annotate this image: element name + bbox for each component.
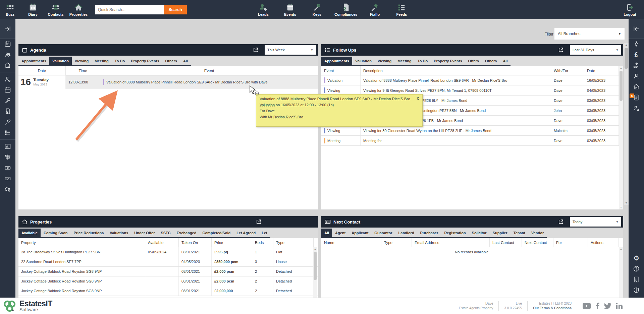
scroll-up-icon[interactable]: ▲ xyxy=(620,247,622,251)
youtube-icon[interactable] xyxy=(583,303,591,309)
tab-property-events[interactable]: Property Events xyxy=(431,57,465,65)
sidebar-item-boards[interactable] xyxy=(0,152,15,163)
agenda-range-select[interactable]: This Week ▼ xyxy=(265,45,316,55)
brand-logo[interactable]: EstatesIT Software xyxy=(3,299,52,313)
nav-compliances[interactable]: Compliances xyxy=(334,3,357,16)
property-row[interactable]: Jockey Cottage Baldock Road Royston SG8 … xyxy=(18,267,318,276)
tab-registration[interactable]: Registration xyxy=(441,229,469,237)
follow-up-row[interactable]: Meeting Meeting for Dave 02/05/2023 xyxy=(321,136,623,146)
tab-valuations[interactable]: Valuations xyxy=(107,229,131,237)
sidebar-item-offers[interactable] xyxy=(629,60,644,71)
branch-filter-select[interactable]: All Branches ▼ xyxy=(554,28,625,40)
search-button[interactable]: Search xyxy=(164,5,187,14)
sidebar-item-contacts[interactable] xyxy=(0,49,15,60)
property-row[interactable]: Jockey Cottage Baldock Road Royston SG8 … xyxy=(18,286,318,296)
tooltip-event-type-link[interactable]: Valuation xyxy=(260,103,275,107)
tab-purchaser[interactable]: Purchaser xyxy=(417,229,441,237)
agenda-event-text[interactable]: Valuation of 8888 Mulberry Place Pinnell… xyxy=(106,80,268,84)
tab-vendor[interactable]: Vendor xyxy=(528,229,547,237)
tab-todo[interactable]: To Do xyxy=(112,57,128,65)
sidebar-item-privacy[interactable] xyxy=(629,285,644,296)
tab-let-agreed[interactable]: Let Agreed xyxy=(233,229,259,237)
properties-scrollbar[interactable]: ▲ xyxy=(313,247,317,298)
close-icon[interactable]: X xyxy=(414,97,419,101)
sidebar-item-finance[interactable]: £ xyxy=(629,49,644,60)
tab-appointments[interactable]: Appointments xyxy=(321,57,352,65)
open-in-new-icon[interactable] xyxy=(256,219,262,225)
tab-all[interactable]: All xyxy=(180,57,191,65)
nav-feeds[interactable]: Feeds xyxy=(392,3,411,16)
scroll-down-icon[interactable]: ▼ xyxy=(625,201,628,205)
nav-fixflo[interactable]: Fixflo xyxy=(365,3,384,16)
property-row[interactable]: 22 Sundorne Road London SE7 7PP 04/05/20… xyxy=(18,257,318,267)
follow-up-row[interactable]: Viewing Viewing for 30 Gloucester Road W… xyxy=(321,126,623,136)
tab-others[interactable]: Others xyxy=(482,57,500,65)
nav-buzz[interactable]: Buzz xyxy=(1,3,19,16)
sidebar-item-compliances[interactable] xyxy=(0,106,15,117)
follow-up-row[interactable]: Valuation Valuation of 8888 Mulberry Pla… xyxy=(321,75,623,85)
quick-search-input[interactable] xyxy=(95,5,164,14)
sidebar-expand-button[interactable] xyxy=(0,23,15,34)
scrollbar-thumb[interactable] xyxy=(620,71,623,101)
tab-all[interactable]: All xyxy=(321,229,332,237)
tab-valuation[interactable]: Valuation xyxy=(49,57,72,65)
tab-others[interactable]: Others xyxy=(162,57,180,65)
scroll-up-icon[interactable]: ▲ xyxy=(314,247,316,251)
sidebar-item-contacts[interactable] xyxy=(629,71,644,81)
tab-appointments[interactable]: Appointments xyxy=(18,57,49,65)
sidebar-item-settings[interactable]: ⚙ xyxy=(629,253,644,263)
scrollbar-thumb[interactable] xyxy=(625,48,628,69)
sidebar-item-lettings[interactable] xyxy=(0,173,15,184)
tab-offers[interactable]: Offers xyxy=(465,57,482,65)
next-contact-scrollbar[interactable]: ▲ xyxy=(619,247,623,298)
tab-agent[interactable]: Agent xyxy=(332,229,348,237)
nav-leads[interactable]: Leads xyxy=(254,3,273,16)
nav-diary[interactable]: Diary xyxy=(23,3,42,16)
tab-supplier[interactable]: Supplier xyxy=(490,229,511,237)
nav-contacts[interactable]: Contacts xyxy=(46,3,65,16)
tab-coming-soon[interactable]: Coming Soon xyxy=(41,229,71,237)
sidebar-item-keys[interactable] xyxy=(0,95,15,106)
tab-price-reductions[interactable]: Price Reductions xyxy=(70,229,107,237)
property-row[interactable]: Jockey Cottage Baldock Road Royston SG8 … xyxy=(18,276,318,286)
twitter-icon[interactable] xyxy=(604,303,611,309)
follow-ups-range-select[interactable]: Last 31 Days ▼ xyxy=(570,45,621,55)
tab-completed-sold[interactable]: Completed/Sold xyxy=(199,229,233,237)
property-row[interactable]: 2a The Broadway St Ives Huntingdon PE27 … xyxy=(18,247,318,257)
tab-tenant[interactable]: Tenant xyxy=(511,229,528,237)
tab-solicitor[interactable]: Solicitor xyxy=(469,229,490,237)
tab-landlord[interactable]: Landlord xyxy=(395,229,417,237)
page-scrollbar[interactable]: ▲ ▼ xyxy=(624,43,629,205)
sidebar-item-feeds[interactable] xyxy=(0,127,15,138)
next-contact-range-select[interactable]: Today ▼ xyxy=(570,217,621,227)
tab-let[interactable]: Let xyxy=(259,229,270,237)
tab-todo[interactable]: To Do xyxy=(415,57,431,65)
nav-keys[interactable]: Keys xyxy=(308,3,326,16)
sidebar-item-events[interactable] xyxy=(0,84,15,95)
scrollbar-thumb[interactable] xyxy=(314,252,317,280)
tab-viewing[interactable]: Viewing xyxy=(72,57,92,65)
scroll-up-icon[interactable]: ▲ xyxy=(625,43,628,47)
sidebar-item-leads[interactable] xyxy=(0,74,15,84)
sidebar-item-properties[interactable] xyxy=(629,81,644,92)
nav-logout[interactable]: Logout xyxy=(621,3,639,16)
linkedin-icon[interactable] xyxy=(616,303,623,309)
sidebar-item-fixflo[interactable] xyxy=(0,117,15,127)
sidebar-item-reports[interactable] xyxy=(0,141,15,152)
open-in-new-icon[interactable] xyxy=(253,47,259,53)
nav-events[interactable]: Events xyxy=(281,3,300,16)
sidebar-item-applicants[interactable] xyxy=(629,39,644,49)
sidebar-item-help[interactable] xyxy=(629,263,644,274)
open-in-new-icon[interactable] xyxy=(558,219,564,225)
scroll-up-icon[interactable]: ▲ xyxy=(620,66,622,70)
tab-viewing[interactable]: Viewing xyxy=(375,57,394,65)
tab-property-events[interactable]: Property Events xyxy=(128,57,162,65)
tab-applicant[interactable]: Applicant xyxy=(348,229,371,237)
facebook-icon[interactable] xyxy=(595,303,599,309)
sidebar-collapse-button[interactable] xyxy=(629,23,644,34)
follow-ups-scrollbar[interactable]: ▲ ▼ xyxy=(619,66,623,209)
terms-link[interactable]: Our Terms & Conditions xyxy=(533,306,572,311)
tooltip-contact-link[interactable]: Mr Declan Rice'S Bro xyxy=(268,115,303,119)
sidebar-item-leads[interactable] xyxy=(629,103,644,114)
agenda-row[interactable]: 16 Tuesday May 2023 12:00-13:00 Valuatio… xyxy=(18,75,318,89)
